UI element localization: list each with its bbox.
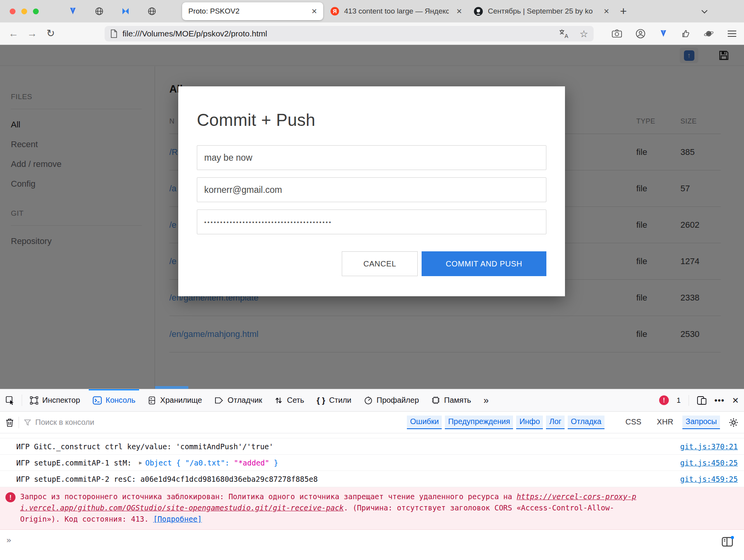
more-tools-chevrons[interactable]: » bbox=[477, 389, 495, 411]
navigation-bar: ← → ↻ file:///Volumes/MOE/p/pskov2/proto… bbox=[0, 22, 744, 45]
globe-tab-icon-2[interactable] bbox=[147, 6, 157, 16]
browser-window: Proto: PSKOV2 × Я 413 content too large … bbox=[0, 0, 744, 560]
tab-close-icon[interactable]: × bbox=[456, 7, 462, 16]
bowtie-logo-icon[interactable] bbox=[121, 6, 131, 16]
tab-label: Инспектор bbox=[42, 396, 80, 405]
console-icon bbox=[93, 396, 102, 405]
menu-hamburger-icon[interactable] bbox=[727, 29, 737, 38]
error-url-link[interactable]: i.vercel.app/github.com/OGStudio/site-op… bbox=[20, 503, 344, 512]
tab-storage[interactable]: Хранилище bbox=[141, 389, 208, 411]
console-prompt-chevrons[interactable]: » bbox=[0, 530, 744, 545]
account-icon[interactable] bbox=[636, 29, 646, 39]
tab-network[interactable]: Сеть bbox=[268, 389, 310, 411]
source-link[interactable]: git.js:370:21 bbox=[680, 442, 744, 451]
tab-close-icon[interactable]: × bbox=[312, 7, 317, 16]
pin-extension-icon[interactable] bbox=[659, 29, 668, 38]
braces-icon: { } bbox=[317, 396, 325, 405]
password-input[interactable] bbox=[197, 210, 546, 234]
filter-requests[interactable]: Запросы bbox=[682, 416, 720, 429]
tab-inspector[interactable]: Инспектор bbox=[24, 389, 86, 411]
expand-triangle-icon[interactable]: ▶ bbox=[139, 460, 142, 466]
cancel-button[interactable]: CANCEL bbox=[342, 251, 418, 276]
tab-overflow-chevron-icon[interactable] bbox=[699, 6, 710, 17]
debugger-icon bbox=[214, 396, 224, 405]
console-filter-chips: Ошибки Предупреждения Инфо Лог Отладка C… bbox=[407, 416, 739, 429]
yandex-favicon-icon: Я bbox=[330, 7, 339, 16]
filter-css[interactable]: CSS bbox=[622, 416, 644, 429]
console-log-row: ИГР setupE.commitAP-2 resC: a06e1d94cf1d… bbox=[0, 471, 744, 487]
new-tab-button[interactable]: + bbox=[620, 5, 627, 18]
learn-more-link[interactable]: [Подробнее] bbox=[153, 515, 202, 523]
clear-console-trash-icon[interactable] bbox=[5, 418, 14, 427]
url-text[interactable]: file:///Volumes/MOE/p/pskov2/proto.html bbox=[122, 29, 559, 38]
filter-xhr[interactable]: XHR bbox=[654, 416, 676, 429]
planet-extension-icon[interactable] bbox=[704, 29, 714, 38]
navbar-actions bbox=[611, 22, 737, 45]
tab-label: Стили bbox=[329, 396, 351, 405]
close-window-button[interactable] bbox=[10, 9, 16, 14]
console-log-row: ИГР GitC._construct ctrl key/value: 'com… bbox=[0, 438, 744, 455]
tab-413-yandex[interactable]: Я 413 content too large — Яндекс × bbox=[330, 2, 462, 20]
tab-memory[interactable]: Память bbox=[425, 389, 477, 411]
reload-button[interactable]: ↻ bbox=[46, 27, 55, 40]
error-url-link[interactable]: https://vercel-cors-proxy-p bbox=[517, 492, 636, 501]
globe-tab-icon[interactable] bbox=[94, 6, 104, 16]
log-message: ИГР setupE.commitAP-1 stM: bbox=[16, 459, 136, 467]
tab-proto-pskov2[interactable]: Proto: PSKOV2 × bbox=[182, 2, 323, 20]
divider bbox=[22, 395, 22, 406]
responsive-design-icon[interactable] bbox=[697, 396, 707, 405]
console-settings-gear-icon[interactable] bbox=[728, 417, 739, 428]
commit-push-dialog: Commit + Push CANCEL COMMIT AND PUSH bbox=[178, 86, 565, 296]
source-link[interactable]: git.js:459:25 bbox=[680, 475, 744, 483]
devtools-menu-dots[interactable]: ••• bbox=[715, 395, 725, 405]
thumb-extension-icon[interactable] bbox=[681, 29, 691, 38]
horizontal-scrollbar-thumb[interactable] bbox=[155, 386, 188, 389]
commit-message-input[interactable] bbox=[197, 145, 546, 170]
svg-text:Я: Я bbox=[333, 8, 337, 14]
filter-debug[interactable]: Отладка bbox=[568, 416, 604, 429]
dialog-title: Commit + Push bbox=[197, 110, 546, 130]
tab-label: Память bbox=[444, 396, 471, 405]
split-console-icon[interactable] bbox=[722, 536, 734, 547]
translate-icon[interactable]: A bbox=[559, 29, 570, 39]
element-picker-button[interactable] bbox=[0, 389, 20, 411]
tab-close-icon[interactable]: × bbox=[604, 7, 609, 16]
forward-button[interactable]: → bbox=[27, 27, 37, 40]
devtools-tab-bar: Инспектор Консоль Хранилище Отладчик Сет… bbox=[0, 389, 744, 412]
inspector-icon bbox=[30, 396, 38, 405]
minimize-window-button[interactable] bbox=[21, 9, 27, 14]
devtools-close-icon[interactable]: × bbox=[732, 395, 739, 406]
divider bbox=[19, 417, 19, 428]
email-input[interactable] bbox=[197, 177, 546, 202]
url-bar[interactable]: file:///Volumes/MOE/p/pskov2/proto.html … bbox=[105, 26, 594, 41]
tab-september[interactable]: Сентябрь | September 25 by ko × bbox=[474, 2, 609, 20]
source-link[interactable]: git.js:450:25 bbox=[680, 459, 744, 467]
tab-title: Proto: PSKOV2 bbox=[188, 7, 239, 15]
tab-strip: Proto: PSKOV2 × Я 413 content too large … bbox=[0, 0, 744, 22]
filter-funnel-icon bbox=[24, 419, 31, 426]
commit-and-push-button[interactable]: COMMIT AND PUSH bbox=[422, 251, 546, 276]
filter-warnings[interactable]: Предупреждения bbox=[445, 416, 513, 429]
zoom-window-button[interactable] bbox=[33, 9, 39, 14]
filter-log[interactable]: Лог bbox=[546, 416, 565, 429]
pinned-tabs bbox=[68, 0, 157, 22]
tab-label: Сеть bbox=[287, 396, 304, 405]
tab-title: Сентябрь | September 25 by ko bbox=[488, 7, 593, 15]
bookmark-star-icon[interactable]: ☆ bbox=[580, 28, 588, 40]
filter-errors[interactable]: Ошибки bbox=[407, 416, 442, 429]
tab-styles[interactable]: { } Стили bbox=[310, 389, 358, 411]
back-button[interactable]: ← bbox=[9, 27, 19, 40]
console-search-placeholder[interactable]: Поиск в консоли bbox=[35, 418, 94, 427]
filter-info[interactable]: Инфо bbox=[516, 416, 543, 429]
github-favicon-icon bbox=[474, 7, 483, 16]
devtools-toolbar-right: ! 1 ••• × bbox=[659, 389, 744, 411]
tab-debugger[interactable]: Отладчик bbox=[208, 389, 268, 411]
tab-profiler[interactable]: Профайлер bbox=[358, 389, 425, 411]
pin-logo-icon[interactable] bbox=[68, 6, 78, 16]
screenshot-camera-icon[interactable] bbox=[611, 29, 622, 38]
tab-console[interactable]: Консоль bbox=[86, 389, 142, 411]
error-badge-icon[interactable]: ! bbox=[659, 395, 669, 405]
object-preview[interactable]: Object { "/a0.txt": bbox=[145, 459, 234, 467]
console-log-row: ИГР setupE.commitAP-1 stM: ▶ Object { "/… bbox=[0, 455, 744, 471]
log-message: ИГР GitC._construct ctrl key/value: 'com… bbox=[16, 442, 273, 451]
